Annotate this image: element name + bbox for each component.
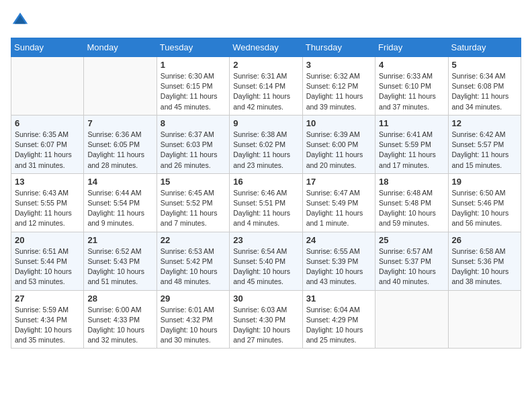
day-info: Sunrise: 6:55 AM Sunset: 5:39 PM Dayligh…	[306, 246, 371, 287]
day-info: Sunrise: 6:50 AM Sunset: 5:46 PM Dayligh…	[452, 188, 517, 229]
calendar-cell: 26Sunrise: 6:58 AM Sunset: 5:36 PM Dayli…	[448, 232, 521, 290]
calendar-cell: 25Sunrise: 6:57 AM Sunset: 5:37 PM Dayli…	[375, 232, 448, 290]
calendar-week-3: 13Sunrise: 6:43 AM Sunset: 5:55 PM Dayli…	[11, 173, 521, 232]
day-info: Sunrise: 6:46 AM Sunset: 5:51 PM Dayligh…	[233, 188, 298, 229]
day-info: Sunrise: 6:42 AM Sunset: 5:57 PM Dayligh…	[452, 130, 517, 171]
calendar-cell: 16Sunrise: 6:46 AM Sunset: 5:51 PM Dayli…	[230, 173, 302, 232]
calendar-week-2: 6Sunrise: 6:35 AM Sunset: 6:07 PM Daylig…	[11, 115, 521, 173]
day-info: Sunrise: 6:30 AM Sunset: 6:15 PM Dayligh…	[161, 71, 226, 112]
weekday-header-thursday: Thursday	[302, 38, 375, 57]
day-number: 30	[233, 293, 298, 304]
calendar-cell: 14Sunrise: 6:44 AM Sunset: 5:54 PM Dayli…	[84, 173, 157, 232]
calendar-cell: 4Sunrise: 6:33 AM Sunset: 6:10 PM Daylig…	[375, 57, 448, 116]
day-number: 26	[452, 235, 517, 245]
calendar-week-5: 27Sunrise: 5:59 AM Sunset: 4:34 PM Dayli…	[11, 290, 521, 349]
calendar-cell: 23Sunrise: 6:54 AM Sunset: 5:40 PM Dayli…	[230, 232, 302, 290]
calendar-cell: 8Sunrise: 6:37 AM Sunset: 6:03 PM Daylig…	[157, 115, 229, 173]
day-info: Sunrise: 6:43 AM Sunset: 5:55 PM Dayligh…	[15, 188, 80, 229]
calendar-cell: 28Sunrise: 6:00 AM Sunset: 4:33 PM Dayli…	[84, 290, 157, 349]
day-info: Sunrise: 6:33 AM Sunset: 6:10 PM Dayligh…	[379, 71, 444, 112]
calendar-cell: 3Sunrise: 6:32 AM Sunset: 6:12 PM Daylig…	[302, 57, 375, 116]
day-info: Sunrise: 6:34 AM Sunset: 6:08 PM Dayligh…	[452, 71, 517, 112]
calendar-cell	[11, 57, 84, 116]
calendar-cell: 11Sunrise: 6:41 AM Sunset: 5:59 PM Dayli…	[375, 115, 448, 173]
day-number: 13	[15, 177, 80, 187]
calendar-cell: 19Sunrise: 6:50 AM Sunset: 5:46 PM Dayli…	[448, 173, 521, 232]
day-number: 4	[379, 60, 444, 70]
calendar-cell: 24Sunrise: 6:55 AM Sunset: 5:39 PM Dayli…	[302, 232, 375, 290]
weekday-header-friday: Friday	[375, 38, 448, 57]
day-number: 5	[452, 60, 517, 70]
weekday-header-monday: Monday	[84, 38, 157, 57]
day-info: Sunrise: 6:04 AM Sunset: 4:29 PM Dayligh…	[306, 305, 371, 346]
weekday-header-tuesday: Tuesday	[157, 38, 229, 57]
day-info: Sunrise: 6:51 AM Sunset: 5:44 PM Dayligh…	[15, 246, 80, 287]
calendar-cell: 10Sunrise: 6:39 AM Sunset: 6:00 PM Dayli…	[302, 115, 375, 173]
day-info: Sunrise: 6:01 AM Sunset: 4:32 PM Dayligh…	[161, 305, 226, 346]
day-number: 17	[306, 177, 371, 187]
calendar-cell: 5Sunrise: 6:34 AM Sunset: 6:08 PM Daylig…	[448, 57, 521, 116]
day-info: Sunrise: 6:37 AM Sunset: 6:03 PM Dayligh…	[161, 130, 226, 171]
calendar-cell: 21Sunrise: 6:52 AM Sunset: 5:43 PM Dayli…	[84, 232, 157, 290]
day-number: 6	[15, 118, 80, 128]
day-number: 19	[452, 177, 517, 187]
day-number: 25	[379, 235, 444, 245]
day-number: 10	[306, 118, 371, 128]
day-number: 2	[233, 60, 298, 70]
day-number: 21	[87, 235, 152, 245]
weekday-header-wednesday: Wednesday	[230, 38, 302, 57]
day-number: 12	[452, 118, 517, 128]
day-info: Sunrise: 6:45 AM Sunset: 5:52 PM Dayligh…	[161, 188, 226, 229]
calendar-week-1: 1Sunrise: 6:30 AM Sunset: 6:15 PM Daylig…	[11, 57, 521, 116]
calendar-cell: 7Sunrise: 6:36 AM Sunset: 6:05 PM Daylig…	[84, 115, 157, 173]
calendar-cell: 30Sunrise: 6:03 AM Sunset: 4:30 PM Dayli…	[230, 290, 302, 349]
day-info: Sunrise: 5:59 AM Sunset: 4:34 PM Dayligh…	[15, 305, 80, 346]
day-info: Sunrise: 6:53 AM Sunset: 5:42 PM Dayligh…	[161, 246, 226, 287]
calendar-header-row: SundayMondayTuesdayWednesdayThursdayFrid…	[11, 38, 521, 57]
calendar-cell: 27Sunrise: 5:59 AM Sunset: 4:34 PM Dayli…	[11, 290, 84, 349]
day-number: 28	[87, 293, 152, 304]
day-number: 27	[15, 293, 80, 304]
day-number: 20	[15, 235, 80, 245]
day-info: Sunrise: 6:41 AM Sunset: 5:59 PM Dayligh…	[379, 130, 444, 171]
day-number: 16	[233, 177, 298, 187]
day-number: 15	[161, 177, 226, 187]
day-number: 8	[161, 118, 226, 128]
day-info: Sunrise: 6:31 AM Sunset: 6:14 PM Dayligh…	[233, 71, 298, 112]
calendar-cell: 1Sunrise: 6:30 AM Sunset: 6:15 PM Daylig…	[157, 57, 229, 116]
day-info: Sunrise: 6:54 AM Sunset: 5:40 PM Dayligh…	[233, 246, 298, 287]
calendar-table: SundayMondayTuesdayWednesdayThursdayFrid…	[11, 38, 521, 349]
day-number: 7	[87, 118, 152, 128]
day-info: Sunrise: 6:39 AM Sunset: 6:00 PM Dayligh…	[306, 130, 371, 171]
weekday-header-sunday: Sunday	[11, 38, 84, 57]
day-info: Sunrise: 6:44 AM Sunset: 5:54 PM Dayligh…	[87, 188, 152, 229]
day-number: 9	[233, 118, 298, 128]
day-number: 23	[233, 235, 298, 245]
page-header	[11, 11, 521, 30]
logo-icon	[11, 11, 30, 30]
day-number: 29	[161, 293, 226, 304]
calendar-cell	[448, 290, 521, 349]
calendar-cell: 22Sunrise: 6:53 AM Sunset: 5:42 PM Dayli…	[157, 232, 229, 290]
day-number: 24	[306, 235, 371, 245]
calendar-cell: 13Sunrise: 6:43 AM Sunset: 5:55 PM Dayli…	[11, 173, 84, 232]
calendar-cell: 29Sunrise: 6:01 AM Sunset: 4:32 PM Dayli…	[157, 290, 229, 349]
day-number: 11	[379, 118, 444, 128]
calendar-cell: 6Sunrise: 6:35 AM Sunset: 6:07 PM Daylig…	[11, 115, 84, 173]
day-number: 31	[306, 293, 371, 304]
day-number: 22	[161, 235, 226, 245]
calendar-cell: 2Sunrise: 6:31 AM Sunset: 6:14 PM Daylig…	[230, 57, 302, 116]
day-info: Sunrise: 6:36 AM Sunset: 6:05 PM Dayligh…	[87, 130, 152, 171]
calendar-cell: 20Sunrise: 6:51 AM Sunset: 5:44 PM Dayli…	[11, 232, 84, 290]
day-info: Sunrise: 6:03 AM Sunset: 4:30 PM Dayligh…	[233, 305, 298, 346]
day-number: 14	[87, 177, 152, 187]
day-info: Sunrise: 6:48 AM Sunset: 5:48 PM Dayligh…	[379, 188, 444, 229]
day-number: 18	[379, 177, 444, 187]
day-info: Sunrise: 6:35 AM Sunset: 6:07 PM Dayligh…	[15, 130, 80, 171]
calendar-cell	[375, 290, 448, 349]
day-number: 3	[306, 60, 371, 70]
calendar-cell	[84, 57, 157, 116]
day-info: Sunrise: 6:57 AM Sunset: 5:37 PM Dayligh…	[379, 246, 444, 287]
weekday-header-saturday: Saturday	[448, 38, 521, 57]
day-number: 1	[161, 60, 226, 70]
